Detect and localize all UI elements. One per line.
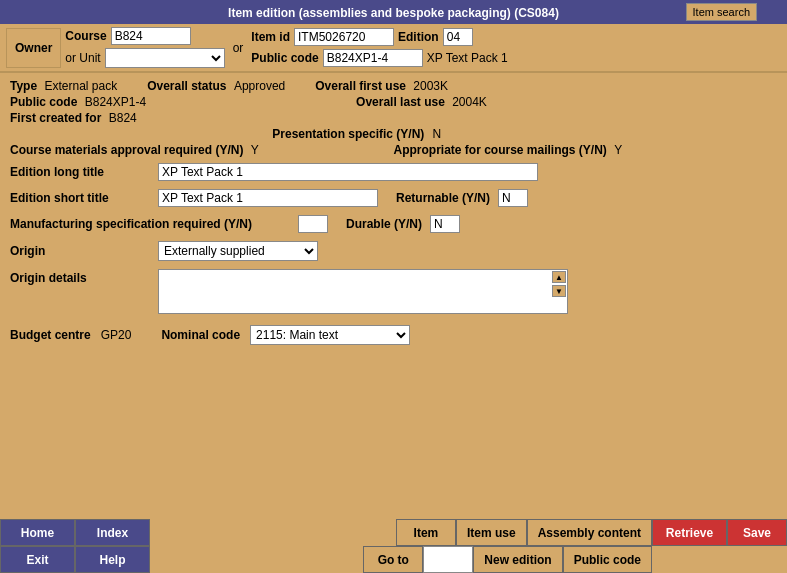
home-button[interactable]: Home — [0, 519, 75, 546]
or-text: or — [233, 41, 244, 55]
nominal-code-label: Nominal code — [161, 328, 240, 342]
overall-first-use-label: Overall first use — [315, 79, 406, 93]
budget-row: Budget centre GP20 Nominal code 2115: Ma… — [10, 325, 777, 345]
edition-input[interactable] — [443, 28, 473, 46]
public-code-label: Public code — [251, 51, 318, 65]
item-use-button[interactable]: Item use — [456, 519, 527, 546]
public-code-input[interactable] — [323, 49, 423, 67]
new-edition-button[interactable]: New edition — [473, 546, 562, 573]
presentation-specific-label: Presentation specific (Y/N) — [272, 127, 424, 141]
overall-status-value: Approved — [234, 79, 285, 93]
course-materials-label: Course materials approval required (Y/N) — [10, 143, 243, 157]
type-label: Type — [10, 79, 37, 93]
edition-long-title-label: Edition long title — [10, 165, 150, 179]
item-button[interactable]: Item — [396, 519, 456, 546]
budget-centre-label: Budget centre — [10, 328, 91, 342]
origin-label: Origin — [10, 244, 150, 258]
go-to-input[interactable] — [423, 546, 473, 573]
retrieve-button[interactable]: Retrieve — [652, 519, 727, 546]
budget-centre-value: GP20 — [101, 328, 132, 342]
overall-last-use-label: Overall last use — [356, 95, 445, 109]
course-label: Course — [65, 29, 106, 43]
edition-long-title-input[interactable] — [158, 163, 538, 181]
overall-first-use-value: 2003K — [413, 79, 448, 93]
edition-label: Edition — [398, 30, 439, 44]
info-public-code-label: Public code — [10, 95, 77, 109]
course-input[interactable] — [111, 27, 191, 45]
origin-details-scroll-up[interactable]: ▲ — [552, 271, 566, 283]
exit-button[interactable]: Exit — [0, 546, 75, 573]
item-search-button[interactable]: Item search — [686, 3, 757, 21]
type-value: External pack — [44, 79, 117, 93]
edition-short-title-input[interactable] — [158, 189, 378, 207]
page-header: Item edition (assemblies and bespoke pac… — [0, 0, 787, 24]
index-button[interactable]: Index — [75, 519, 150, 546]
presentation-specific-value: N — [432, 127, 441, 141]
returnable-input[interactable] — [498, 189, 528, 207]
public-code-name: XP Text Pack 1 — [427, 51, 508, 65]
go-to-button[interactable]: Go to — [363, 546, 423, 573]
overall-last-use-value: 2004K — [452, 95, 487, 109]
durable-label: Durable (Y/N) — [346, 217, 422, 231]
origin-select[interactable]: Externally supplied Internally produced … — [158, 241, 318, 261]
nominal-code-select[interactable]: 2115: Main text 2116: Other — [250, 325, 410, 345]
origin-details-textarea[interactable] — [158, 269, 568, 314]
assembly-content-button[interactable]: Assembly content — [527, 519, 652, 546]
first-created-for-label: First created for — [10, 111, 101, 125]
durable-input[interactable] — [430, 215, 460, 233]
bottom-bar: Home Index Item Item use Assembly conten… — [0, 519, 787, 573]
owner-label: Owner — [6, 28, 61, 68]
course-materials-value: Y — [251, 143, 259, 157]
origin-details-scroll-down[interactable]: ▼ — [552, 285, 566, 297]
overall-status-label: Overall status — [147, 79, 226, 93]
first-created-for-value: B824 — [109, 111, 137, 125]
origin-details-label: Origin details — [10, 269, 150, 285]
manufacturing-spec-input[interactable] — [298, 215, 328, 233]
page-title: Item edition (assemblies and bespoke pac… — [228, 6, 559, 20]
returnable-label: Returnable (Y/N) — [396, 191, 490, 205]
manufacturing-spec-label: Manufacturing specification required (Y/… — [10, 217, 290, 231]
public-code-button[interactable]: Public code — [563, 546, 652, 573]
appropriate-value: Y — [614, 143, 622, 157]
item-id-input[interactable] — [294, 28, 394, 46]
unit-label: or Unit — [65, 51, 100, 65]
unit-select[interactable] — [105, 48, 225, 68]
help-button[interactable]: Help — [75, 546, 150, 573]
edition-short-title-label: Edition short title — [10, 191, 150, 205]
appropriate-label: Appropriate for course mailings (Y/N) — [394, 143, 607, 157]
info-public-code-value: B824XP1-4 — [85, 95, 146, 109]
item-id-label: Item id — [251, 30, 290, 44]
save-button[interactable]: Save — [727, 519, 787, 546]
